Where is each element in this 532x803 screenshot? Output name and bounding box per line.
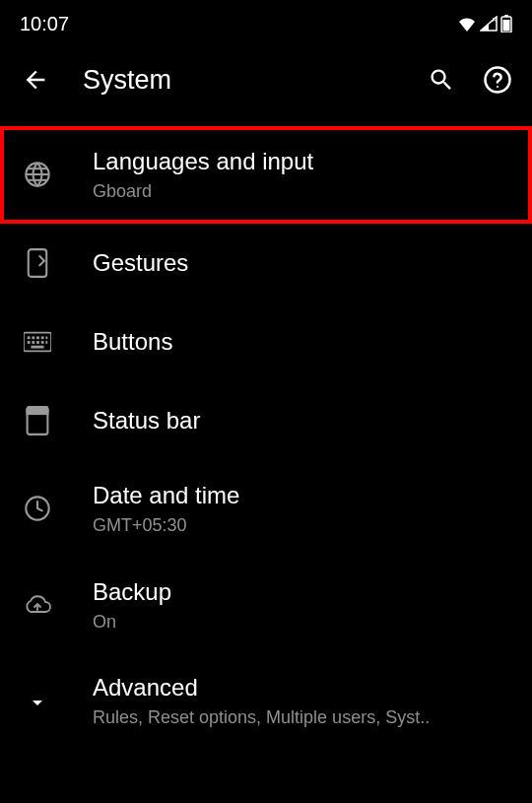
- settings-item-advanced[interactable]: Advanced Rules, Reset options, Multiple …: [0, 654, 532, 748]
- search-button[interactable]: [428, 66, 455, 94]
- page-title: System: [83, 65, 428, 96]
- item-subtitle: Rules, Reset options, Multiple users, Sy…: [93, 706, 508, 729]
- item-title: Languages and input: [93, 146, 508, 176]
- item-subtitle: GMT+05:30: [93, 514, 508, 537]
- settings-item-languages-input[interactable]: Languages and input Gboard: [0, 126, 532, 224]
- svg-rect-12: [28, 336, 31, 339]
- svg-rect-16: [45, 336, 47, 339]
- item-title: Status bar: [93, 405, 508, 435]
- item-title: Backup: [93, 576, 508, 607]
- keyboard-icon: [24, 328, 51, 356]
- settings-list: Languages and input Gboard Gestures: [0, 118, 532, 747]
- chevron-down-icon: [24, 687, 51, 714]
- back-button[interactable]: [20, 64, 51, 96]
- item-title: Gestures: [93, 247, 508, 278]
- item-subtitle: Gboard: [93, 180, 508, 203]
- clock-icon: [24, 495, 51, 522]
- svg-rect-20: [41, 341, 44, 344]
- signal-icon: R: [480, 16, 498, 32]
- item-title: Date and time: [93, 480, 508, 510]
- app-bar: System: [0, 43, 532, 118]
- help-button[interactable]: [483, 65, 512, 95]
- status-bar-icon: [24, 407, 51, 435]
- svg-text:R: R: [493, 17, 498, 23]
- status-bar: 10:07 R: [0, 0, 532, 43]
- svg-rect-15: [41, 336, 44, 339]
- gestures-icon: [24, 249, 51, 277]
- settings-item-gestures[interactable]: Gestures: [0, 224, 532, 302]
- svg-rect-13: [32, 336, 34, 339]
- settings-item-backup[interactable]: Backup On: [0, 557, 532, 654]
- item-title: Advanced: [93, 672, 508, 703]
- svg-rect-14: [36, 336, 39, 339]
- svg-rect-10: [29, 249, 46, 277]
- svg-rect-21: [45, 341, 47, 344]
- wifi-icon: [457, 16, 477, 32]
- item-subtitle: On: [93, 611, 508, 634]
- svg-rect-25: [28, 410, 48, 413]
- svg-rect-18: [32, 341, 34, 344]
- svg-rect-17: [28, 341, 31, 344]
- battery-icon: [500, 15, 512, 33]
- cloud-upload-icon: [24, 591, 51, 619]
- svg-rect-22: [31, 345, 43, 348]
- svg-point-4: [486, 68, 510, 93]
- status-icons: R: [457, 15, 512, 33]
- settings-item-status-bar[interactable]: Status bar: [0, 381, 532, 460]
- settings-item-date-time[interactable]: Date and time GMT+05:30: [0, 460, 532, 558]
- svg-point-5: [497, 86, 499, 88]
- svg-rect-3: [503, 20, 510, 32]
- status-time: 10:07: [20, 13, 69, 35]
- settings-item-buttons[interactable]: Buttons: [0, 302, 532, 381]
- item-title: Buttons: [93, 326, 508, 357]
- globe-icon: [24, 161, 51, 188]
- svg-rect-19: [36, 341, 39, 344]
